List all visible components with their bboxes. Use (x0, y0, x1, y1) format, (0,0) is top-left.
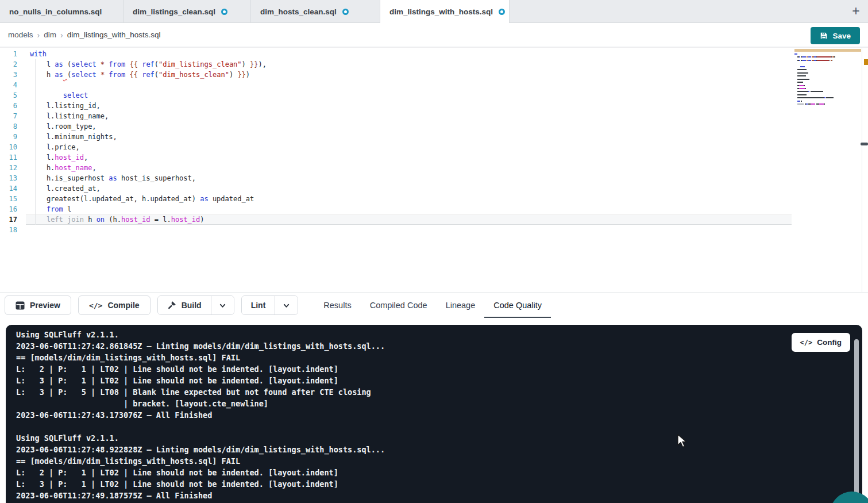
minimap-line (794, 82, 803, 83)
line-number: 9 (0, 132, 17, 142)
overview-ruler-warning-marker (864, 59, 868, 65)
minimap-line (794, 94, 807, 95)
preview-button[interactable]: Preview (5, 295, 71, 315)
panel-tab-lineage[interactable]: Lineage (437, 293, 485, 318)
code-text: l.listing_id, (30, 101, 101, 111)
terminal-line: 2023-06-06T11:27:43.173076Z — All Finish… (16, 409, 385, 421)
line-number: 3 (0, 70, 17, 80)
code-line-3[interactable]: 3 h as (select * from {{ ref("dim_hosts_… (0, 70, 868, 80)
build-button-label: Build (182, 301, 202, 310)
hammer-icon (167, 301, 176, 310)
line-number: 11 (0, 152, 17, 163)
unsaved-changes-dot-icon[interactable] (221, 9, 227, 15)
lint-output-terminal[interactable]: Using SQLFluff v2.1.1.2023-06-06T11:27:4… (6, 325, 862, 503)
unsaved-changes-dot-icon[interactable] (499, 9, 505, 15)
code-line-1[interactable]: 1with (0, 49, 868, 59)
line-number: 10 (0, 142, 17, 152)
code-editor[interactable]: 1with2 l as (select * from {{ ref("dim_l… (0, 47, 868, 292)
code-text: h.is_superhost as host_is_superhost, (30, 173, 196, 183)
minimap-change-strip (794, 49, 861, 52)
minimap-line (794, 53, 797, 55)
panel-tab-results[interactable]: Results (314, 293, 360, 318)
code-line-10[interactable]: 10 l.price, (0, 142, 868, 152)
line-number: 6 (0, 101, 17, 111)
lint-dropdown-button[interactable] (275, 296, 298, 314)
code-line-11[interactable]: 11 l.host_id, (0, 152, 868, 163)
minimap-line (794, 56, 835, 57)
terminal-output-text: Using SQLFluff v2.1.1.2023-06-06T11:27:4… (16, 329, 385, 501)
minimap-line (794, 69, 807, 70)
breadcrumb-segment-dim[interactable]: dim (44, 30, 56, 39)
file-tab-dim_listings_with_hosts[interactable]: dim_listings_with_hosts.sql (380, 0, 510, 23)
code-text: h.host_name, (30, 163, 97, 173)
panel-tab-code-quality[interactable]: Code Quality (484, 293, 551, 318)
minimap-line (794, 60, 832, 61)
code-line-4[interactable]: 4 (0, 80, 868, 90)
code-line-7[interactable]: 7 l.listing_name, (0, 111, 868, 121)
file-tab-no_nulls_in_columns[interactable]: no_nulls_in_columns.sql (0, 0, 124, 23)
code-line-14[interactable]: 14 l.created_at, (0, 183, 868, 194)
code-line-13[interactable]: 13 h.is_superhost as host_is_superhost, (0, 173, 868, 183)
terminal-line: 2023-06-06T11:27:42.861845Z — Linting mo… (16, 340, 385, 352)
action-toolbar: Preview </> Compile Build Lint (0, 292, 868, 318)
config-button[interactable]: </> Config (792, 333, 850, 352)
terminal-line: L: 3 | P: 5 | LT08 | Blank line expected… (16, 386, 385, 398)
code-text: l.room_type, (30, 121, 97, 132)
save-button[interactable]: Save (811, 27, 860, 44)
breadcrumb-segment-models[interactable]: models (8, 30, 33, 39)
build-button[interactable]: Build (158, 296, 211, 314)
line-number: 13 (0, 173, 17, 183)
panel-tab-list: ResultsCompiled CodeLineageCode Quality (314, 293, 551, 318)
line-number: 16 (0, 204, 17, 214)
code-line-12[interactable]: 12 h.host_name, (0, 163, 868, 173)
file-tab-label: no_nulls_in_columns.sql (9, 7, 102, 16)
terminal-line: L: 2 | P: 1 | LT02 | Line should not be … (16, 467, 385, 478)
overview-ruler-position-marker[interactable] (861, 143, 868, 145)
compile-button[interactable]: </> Compile (78, 295, 151, 315)
editor-right-separator (862, 48, 862, 293)
file-tab-dim_listings_clean[interactable]: dim_listings_clean.sql (124, 0, 251, 23)
code-text: left join h on (h.host_id = l.host_id) (30, 214, 205, 225)
line-number: 12 (0, 163, 17, 173)
terminal-line: 2023-06-06T11:27:49.187575Z — All Finish… (16, 490, 385, 501)
compile-button-label: Compile (107, 301, 139, 310)
line-number: 14 (0, 183, 17, 194)
breadcrumb-separator-icon: › (37, 30, 40, 40)
terminal-line: 2023-06-06T11:27:48.922828Z — Linting mo… (16, 444, 385, 455)
code-line-17[interactable]: 17 left join h on (h.host_id = l.host_id… (0, 214, 868, 225)
lint-button-label: Lint (251, 301, 266, 310)
save-icon (820, 32, 828, 40)
code-line-18[interactable]: 18 (0, 225, 868, 235)
breadcrumb-separator-icon: › (60, 30, 63, 40)
code-text: l.price, (30, 142, 80, 152)
minimap-line (794, 85, 805, 86)
minimap-line (794, 103, 825, 105)
line-number: 4 (0, 80, 17, 90)
line-number: 7 (0, 111, 17, 121)
code-line-6[interactable]: 6 l.listing_id, (0, 101, 868, 111)
code-line-16[interactable]: 16 from l (0, 204, 868, 214)
code-text: l.listing_name, (30, 111, 109, 121)
terminal-line: Using SQLFluff v2.1.1. (16, 329, 385, 340)
code-text: l.minimum_nights, (30, 132, 117, 142)
chevron-down-icon (219, 302, 226, 309)
file-tab-dim_hosts_clean[interactable]: dim_hosts_clean.sql (251, 0, 380, 23)
file-tab-label: dim_hosts_clean.sql (260, 7, 337, 16)
code-line-9[interactable]: 9 l.minimum_nights, (0, 132, 868, 142)
panel-tab-compiled-code[interactable]: Compiled Code (361, 293, 437, 318)
new-tab-button[interactable]: + (848, 3, 863, 18)
file-tab-label: dim_listings_with_hosts.sql (389, 7, 493, 16)
unsaved-changes-dot-icon[interactable] (342, 9, 349, 15)
build-dropdown-button[interactable] (211, 296, 234, 314)
code-line-2[interactable]: 2 l as (select * from {{ ref("dim_listin… (0, 59, 868, 70)
code-line-5[interactable]: 5 select (0, 90, 868, 101)
minimap-line (794, 101, 802, 102)
code-line-15[interactable]: 15 greatest(l.updated_at, h.updated_at) … (0, 194, 868, 204)
code-icon: </> (800, 339, 813, 347)
code-line-8[interactable]: 8 l.room_type, (0, 121, 868, 132)
line-number: 15 (0, 194, 17, 204)
terminal-scrollbar[interactable] (854, 339, 859, 501)
terminal-line: Using SQLFluff v2.1.1. (16, 432, 385, 444)
lint-button[interactable]: Lint (242, 296, 275, 314)
minimap[interactable] (794, 53, 843, 117)
